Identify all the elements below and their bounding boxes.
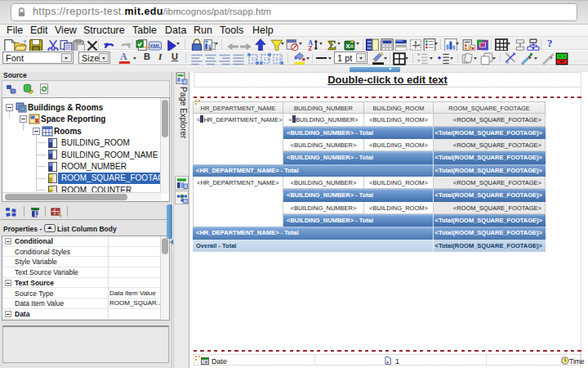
svg-text:X=: X=	[345, 43, 354, 50]
svg-text:1:1: 1:1	[275, 56, 281, 61]
svg-text:XML: XML	[149, 43, 161, 49]
svg-text:Σ: Σ	[327, 38, 336, 52]
svg-text:1:1: 1:1	[264, 56, 270, 61]
svg-text:%: %	[506, 60, 510, 65]
svg-text:1:1: 1:1	[252, 56, 257, 61]
